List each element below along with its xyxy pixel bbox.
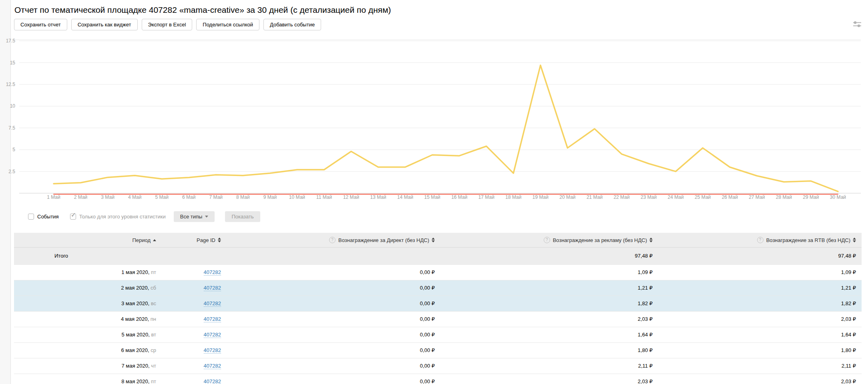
ad-reward-value: 2,11 ₽ xyxy=(435,358,653,374)
export-excel-button[interactable]: Экспорт в Excel xyxy=(142,19,193,30)
rtb-reward-value: 1,64 ₽ xyxy=(653,327,856,342)
x-axis-tick-label: 14 Май xyxy=(397,194,413,200)
row-end-pad xyxy=(856,265,862,280)
ad-reward-value: 1,82 ₽ xyxy=(435,296,653,311)
x-axis-tick-label: 2 Май xyxy=(74,194,88,200)
show-button[interactable]: Показать xyxy=(225,211,260,222)
x-axis-tick-label: 15 Май xyxy=(424,194,440,200)
x-axis-tick-label: 28 Май xyxy=(776,194,792,200)
page-id-link[interactable]: 407282 xyxy=(204,347,221,354)
x-axis-tick-label: 12 Май xyxy=(343,194,359,200)
question-icon[interactable]: ? xyxy=(329,237,336,243)
x-axis-tick-label: 30 Май xyxy=(830,194,846,200)
x-axis-tick-label: 8 Май xyxy=(236,194,250,200)
period-cell: 1 мая 2020, пт xyxy=(14,265,156,280)
x-axis-tick-label: 25 Май xyxy=(695,194,711,200)
page-title: Отчет по тематической площадке 407282 «m… xyxy=(14,5,391,15)
series-line xyxy=(54,65,838,192)
sliders-icon[interactable] xyxy=(853,21,862,28)
column-header-direct-reward[interactable]: ?Вознаграждение за Директ (без НДС) xyxy=(221,233,435,247)
page-id-cell: 407282 xyxy=(156,265,221,280)
page-id-link[interactable]: 407282 xyxy=(204,363,221,369)
page-id-link[interactable]: 407282 xyxy=(204,378,221,384)
page-id-link[interactable]: 407282 xyxy=(204,269,221,276)
toolbar: Сохранить отчетСохранить как виджетЭкспо… xyxy=(14,19,325,30)
x-axis-tick-label: 3 Май xyxy=(101,194,115,200)
page-id-cell: 407282 xyxy=(156,374,221,384)
day-of-week-text: сб xyxy=(151,285,156,291)
rtb-reward-value: 1,82 ₽ xyxy=(653,296,856,311)
page-id-cell: 407282 xyxy=(156,358,221,374)
x-axis-tick-label: 29 Май xyxy=(803,194,819,200)
page-id-cell: 407282 xyxy=(156,312,221,327)
sort-icon xyxy=(649,238,653,242)
events-checkbox[interactable] xyxy=(28,214,34,220)
events-controls-row: События Только для этого уровня статисти… xyxy=(28,211,271,222)
direct-reward-value: 0,00 ₽ xyxy=(221,343,435,358)
date-text: 4 мая 2020, xyxy=(121,316,151,322)
only-this-level-checkbox[interactable] xyxy=(70,214,76,220)
ad-reward-value: 1,80 ₽ xyxy=(435,343,653,358)
rtb-reward-value: 1,80 ₽ xyxy=(653,343,856,358)
save-as-widget-button[interactable]: Сохранить как виджет xyxy=(71,19,138,30)
x-axis-tick-label: 27 Май xyxy=(749,194,765,200)
column-header-label: Период xyxy=(132,237,151,243)
report-page: Отчет по тематической площадке 407282 «m… xyxy=(0,0,868,384)
table-totals-row: Итого97,48 ₽97,48 ₽ xyxy=(14,248,862,264)
totals-value xyxy=(221,248,435,264)
question-icon[interactable]: ? xyxy=(544,237,550,243)
ad-reward-value: 1,64 ₽ xyxy=(435,327,653,342)
rtb-reward-value: 2,11 ₽ xyxy=(653,358,856,374)
question-icon[interactable]: ? xyxy=(757,237,764,243)
save-report-button[interactable]: Сохранить отчет xyxy=(14,19,67,30)
column-header-page-id[interactable]: Page ID xyxy=(156,233,221,247)
totals-label: Итого xyxy=(14,248,156,264)
ad-reward-value: 2,03 ₽ xyxy=(435,312,653,327)
date-text: 2 мая 2020, xyxy=(121,285,151,291)
x-axis-tick-label: 21 Май xyxy=(587,194,603,200)
row-end-pad xyxy=(856,296,862,311)
day-of-week-text: вт xyxy=(151,332,156,338)
event-type-dropdown[interactable]: Все типы xyxy=(174,211,215,222)
direct-reward-value: 0,00 ₽ xyxy=(221,280,435,296)
row-end-pad xyxy=(856,374,862,384)
add-event-button[interactable]: Добавить событие xyxy=(263,19,321,30)
x-axis-tick-label: 22 Май xyxy=(613,194,629,200)
row-end-pad xyxy=(856,343,862,358)
date-text: 3 мая 2020, xyxy=(121,300,151,306)
x-axis-tick-label: 20 Май xyxy=(559,194,575,200)
x-axis-tick-label: 17 Май xyxy=(478,194,494,200)
only-this-level-label: Только для этого уровня статистики xyxy=(79,214,166,220)
sort-icon xyxy=(853,238,856,242)
column-header-period[interactable]: Период xyxy=(14,233,156,247)
table-row: 7 мая 2020, чт4072820,00 ₽2,11 ₽2,11 ₽ xyxy=(14,358,862,374)
x-axis-tick-label: 26 Май xyxy=(722,194,738,200)
table-row: 2 мая 2020, сб4072820,00 ₽1,21 ₽1,21 ₽ xyxy=(14,280,862,296)
page-id-cell: 407282 xyxy=(156,327,221,342)
chevron-down-icon xyxy=(205,216,208,219)
x-axis-tick-label: 19 Май xyxy=(532,194,549,200)
row-end-pad xyxy=(856,280,862,296)
day-of-week-text: пт xyxy=(151,269,156,275)
events-checkbox-label: События xyxy=(37,214,59,220)
ad-reward-value: 1,09 ₽ xyxy=(435,265,653,280)
sort-asc-icon xyxy=(153,239,156,241)
table-row: 6 мая 2020, ср4072820,00 ₽1,80 ₽1,80 ₽ xyxy=(14,342,862,358)
page-id-link[interactable]: 407282 xyxy=(204,332,221,338)
page-id-link[interactable]: 407282 xyxy=(204,316,221,322)
share-link-button[interactable]: Поделиться ссылкой xyxy=(196,19,259,30)
period-cell: 2 мая 2020, сб xyxy=(14,280,156,296)
totals-value: 97,48 ₽ xyxy=(435,248,653,264)
direct-reward-value: 0,00 ₽ xyxy=(221,327,435,342)
column-header-label: Page ID xyxy=(197,237,215,243)
period-cell: 8 мая 2020, пт xyxy=(14,374,156,384)
sort-icon xyxy=(218,238,221,242)
ad-reward-value: 1,21 ₽ xyxy=(435,280,653,296)
date-text: 8 мая 2020, xyxy=(121,378,151,384)
statistics-table: ПериодPage ID?Вознаграждение за Директ (… xyxy=(14,233,862,384)
column-header-ad-reward[interactable]: ?Вознаграждение за рекламу (без НДС) xyxy=(435,233,653,247)
page-id-link[interactable]: 407282 xyxy=(204,285,221,291)
page-id-link[interactable]: 407282 xyxy=(204,300,221,307)
event-type-dropdown-label: Все типы xyxy=(180,214,203,220)
column-header-rtb-reward[interactable]: ?Вознаграждение за RTB (без НДС) xyxy=(653,233,856,247)
